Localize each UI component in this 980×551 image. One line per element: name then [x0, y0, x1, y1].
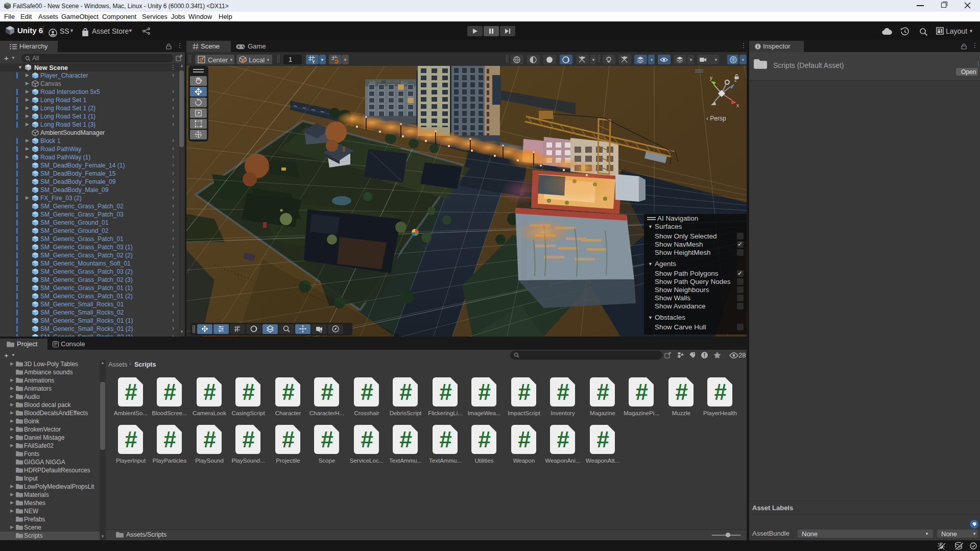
svg-text:x: x	[736, 103, 739, 108]
svg-text:y: y	[710, 76, 712, 81]
svg-text:Y: Y	[312, 59, 315, 64]
